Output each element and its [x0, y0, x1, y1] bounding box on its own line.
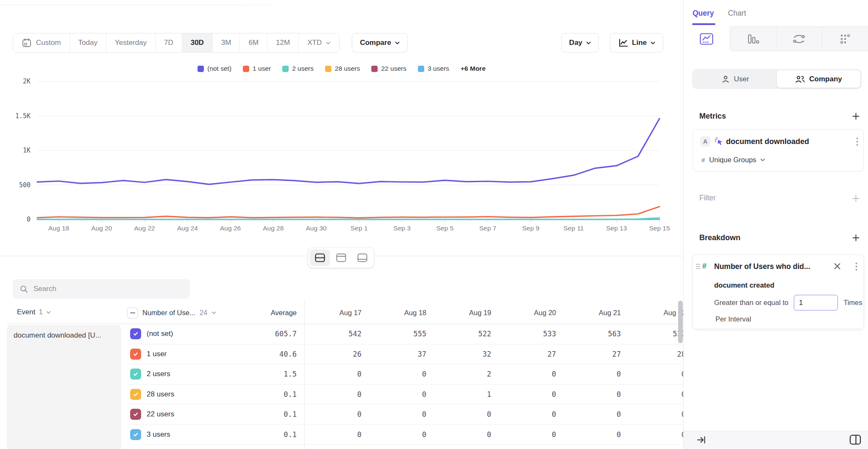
- event-row[interactable]: document downloaded [U...: [7, 325, 121, 449]
- per-interval-label[interactable]: Per Interval: [715, 315, 751, 323]
- panel-footer: [684, 431, 868, 449]
- breakdown-title[interactable]: Number of Users who did...: [714, 262, 810, 271]
- series-checkbox[interactable]: [130, 349, 141, 360]
- layout-split-view-button[interactable]: [310, 249, 330, 266]
- cell-value: 0: [491, 370, 556, 378]
- search-icon: [20, 285, 28, 293]
- series-checkbox[interactable]: [130, 369, 141, 380]
- collapse-panel-icon[interactable]: [696, 435, 706, 446]
- chart-type-more-tab[interactable]: [822, 26, 868, 51]
- split-view-icon: [315, 253, 325, 262]
- svg-text:Sep 3: Sep 3: [393, 224, 411, 232]
- date-range-6m[interactable]: 6M: [240, 33, 267, 52]
- svg-text:Sep 9: Sep 9: [522, 224, 540, 232]
- series-label: 3 users: [147, 430, 170, 439]
- table-row[interactable]: 2 users1.5002000: [127, 364, 683, 385]
- select-all-checkbox[interactable]: [127, 308, 138, 319]
- breakdown-table: Event 1 Number of Use... 24 Average Aug …: [0, 267, 683, 449]
- add-breakdown-button[interactable]: [850, 232, 861, 243]
- scope-user-option[interactable]: User: [693, 70, 777, 88]
- plus-icon: [852, 234, 860, 241]
- cell-value: 2: [426, 370, 491, 378]
- cell-value: 28: [621, 350, 683, 358]
- average-column-header: Average: [237, 309, 297, 317]
- cell-value: 563: [556, 330, 621, 338]
- date-range-selector: CustomTodayYesterday7D30D3M6M12MXTD: [13, 33, 339, 53]
- event-column-header[interactable]: Event 1: [17, 308, 51, 316]
- svg-text:Aug 22: Aug 22: [134, 224, 155, 232]
- breakdown-options-kebab-icon[interactable]: [855, 262, 857, 272]
- breakdown-card[interactable]: # Number of Users who did... document cr…: [693, 255, 864, 329]
- series-checkbox[interactable]: [130, 328, 141, 339]
- date-range-7d[interactable]: 7D: [156, 33, 182, 52]
- svg-text:Aug 26: Aug 26: [220, 224, 241, 232]
- svg-text:Sep 5: Sep 5: [437, 224, 454, 232]
- active-tab-underline: [692, 23, 715, 25]
- condition-value-input[interactable]: [794, 295, 838, 310]
- date-column-header: Aug 20: [491, 309, 556, 317]
- date-range-custom[interactable]: Custom: [13, 33, 70, 52]
- chart-type-flows-tab[interactable]: [776, 26, 822, 51]
- panel-tabs: Query Chart: [693, 0, 746, 26]
- cell-value: 0: [556, 410, 621, 419]
- tab-chart[interactable]: Chart: [728, 9, 746, 18]
- table-row[interactable]: 1 user40.6263732272728: [127, 344, 683, 365]
- aggregation-dropdown[interactable]: # Unique Groups: [701, 156, 765, 164]
- cell-value: 0: [362, 410, 426, 419]
- cell-value: 37: [362, 350, 426, 358]
- cell-value: 0: [556, 370, 621, 378]
- cell-value: 0: [297, 410, 362, 419]
- add-filter-button[interactable]: [850, 193, 861, 204]
- metric-card[interactable]: A document downloaded # Unique Groups: [693, 129, 864, 172]
- date-range-yesterday[interactable]: Yesterday: [106, 33, 156, 52]
- layout-chart-view-button[interactable]: [331, 249, 351, 266]
- svg-text:500: 500: [19, 181, 31, 189]
- main-content-area: CustomTodayYesterday7D30D3M6M12MXTD Comp…: [0, 0, 683, 449]
- add-metric-button[interactable]: [850, 111, 861, 122]
- range-label: 12M: [276, 39, 290, 47]
- date-range-30d[interactable]: 30D: [182, 33, 213, 52]
- series-checkbox[interactable]: [130, 409, 141, 420]
- table-row[interactable]: (not set)605.7542555522533563537: [127, 324, 683, 344]
- tab-query[interactable]: Query: [693, 9, 714, 18]
- cell-value: 0: [426, 430, 491, 439]
- table-row[interactable]: 28 users0.1001000: [127, 385, 683, 405]
- layout-table-view-button[interactable]: [352, 249, 372, 266]
- cell-value: 533: [491, 330, 556, 338]
- chart-style-dropdown[interactable]: Line: [610, 33, 663, 53]
- date-range-3m[interactable]: 3M: [213, 33, 240, 52]
- condition-operator-label[interactable]: Greater than or equal to: [714, 299, 788, 307]
- chart-type-insights-tab[interactable]: [684, 26, 730, 51]
- date-column-header: Aug 19: [426, 309, 491, 317]
- search-input[interactable]: [33, 285, 173, 293]
- breakdown-condition-row: Greater than or equal to Times: [714, 295, 862, 310]
- table-row[interactable]: 3 users0.1000000: [127, 425, 683, 445]
- metric-name[interactable]: document downloaded: [726, 137, 809, 146]
- chart-type-funnels-tab[interactable]: [730, 26, 776, 51]
- numeric-property-icon: #: [702, 262, 707, 271]
- breakdown-event-name[interactable]: document created: [714, 281, 774, 289]
- date-range-today[interactable]: Today: [70, 33, 106, 52]
- series-checkbox[interactable]: [130, 389, 141, 400]
- close-icon[interactable]: [834, 263, 840, 271]
- scope-company-option[interactable]: Company: [777, 70, 860, 88]
- metric-options-kebab-icon[interactable]: [856, 137, 858, 147]
- compare-button[interactable]: Compare: [352, 33, 408, 53]
- layout-columns-icon[interactable]: [849, 434, 862, 447]
- svg-text:Aug 24: Aug 24: [177, 224, 198, 232]
- frozen-column-divider: [304, 301, 305, 449]
- granularity-dropdown[interactable]: Day: [561, 33, 599, 53]
- chevron-down-icon: [586, 42, 591, 44]
- drag-handle-icon[interactable]: [696, 264, 700, 269]
- average-value: 605.7: [237, 330, 297, 338]
- table-scrollbar[interactable]: [678, 301, 683, 343]
- series-column-header[interactable]: Number of Use... 24: [127, 308, 237, 319]
- date-range-xtd[interactable]: XTD: [299, 33, 339, 52]
- chevron-down-icon: [46, 311, 51, 314]
- date-column-header: Aug 21: [556, 309, 621, 317]
- series-checkbox[interactable]: [130, 429, 141, 440]
- date-range-12m[interactable]: 12M: [267, 33, 299, 52]
- check-icon: [133, 371, 139, 377]
- table-row[interactable]: 22 users0.1000000: [127, 405, 683, 425]
- cell-value: 0: [426, 410, 491, 419]
